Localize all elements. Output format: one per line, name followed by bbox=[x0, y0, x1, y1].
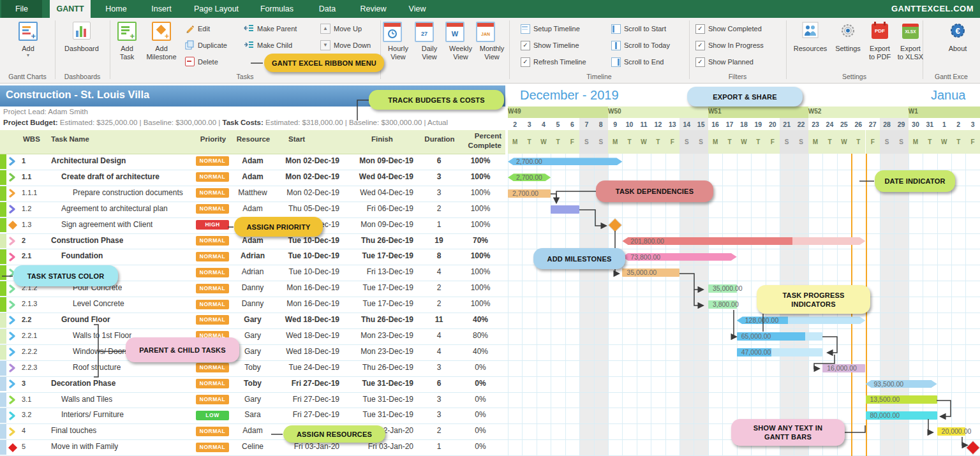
show-timeline[interactable]: ✓Show Timeline bbox=[521, 38, 579, 52]
move-down-button[interactable]: ▼Move Down bbox=[320, 38, 371, 52]
duplicate-button[interactable]: Duplicate bbox=[185, 38, 227, 52]
scroll-to-today[interactable]: Scroll to Today bbox=[611, 38, 670, 52]
table-row[interactable]: 2.2.1Walls to 1st FloorNORMALGaryWed 18-… bbox=[0, 328, 980, 344]
table-row[interactable]: 5Move in with FamilyNORMALCelineFri 03-J… bbox=[0, 439, 980, 455]
task-duration: 3 bbox=[419, 363, 459, 372]
task-status-strip bbox=[0, 329, 6, 344]
task-percent: 100% bbox=[461, 188, 500, 197]
table-row[interactable]: 2.2.2Windows/ DoorsNORMALGaryWed 18-Dec-… bbox=[0, 344, 980, 360]
priority-badge[interactable]: LOW bbox=[196, 411, 229, 420]
task-start: Fri 27-Dec-19 bbox=[274, 410, 339, 419]
delete-button[interactable]: Delete bbox=[185, 55, 218, 69]
priority-badge[interactable]: NORMAL bbox=[196, 363, 229, 372]
priority-badge[interactable]: NORMAL bbox=[196, 268, 229, 277]
make-parent-button[interactable]: Make Parent bbox=[244, 22, 297, 36]
task-start: Fri 03-Jan-20 bbox=[274, 442, 339, 451]
table-row[interactable]: 2.1FoundationNORMALAdrianTue 10-Dec-19Tu… bbox=[0, 249, 980, 265]
export-xlsx-button[interactable]: XLSXExportto XLSX bbox=[895, 20, 926, 61]
day-number: 24 bbox=[822, 118, 836, 131]
move-up-button[interactable]: ▲Move Up bbox=[320, 22, 362, 36]
priority-badge[interactable]: NORMAL bbox=[196, 236, 229, 246]
weekly-view-button[interactable]: WWeeklyView bbox=[445, 20, 476, 61]
show-planned[interactable]: ✓Show Planned bbox=[695, 55, 754, 69]
priority-badge[interactable]: NORMAL bbox=[196, 300, 229, 309]
priority-badge[interactable]: NORMAL bbox=[196, 443, 229, 452]
day-number: 13 bbox=[665, 118, 679, 131]
task-status-strip bbox=[0, 170, 6, 185]
add-task-button[interactable]: +AddTask bbox=[112, 20, 142, 61]
priority-badge[interactable]: NORMAL bbox=[196, 188, 229, 198]
priority-badge[interactable]: NORMAL bbox=[196, 284, 229, 293]
export-pdf-button[interactable]: PDFExportto PDF bbox=[865, 20, 895, 61]
table-row[interactable]: 1.1.1Prepare construction documentsNORMA… bbox=[0, 186, 980, 202]
add-gantt-chart-button[interactable]: +Add▾ bbox=[9, 20, 47, 58]
table-row[interactable]: 1.3Sign agreement with ClientHIGHMon 09-… bbox=[0, 217, 980, 233]
monthly-view-button[interactable]: JANMonthlyView bbox=[476, 20, 508, 61]
task-duration: 1 bbox=[419, 220, 459, 229]
tab-page-layout[interactable]: Page Layout bbox=[188, 0, 245, 18]
table-row[interactable]: 2.1.3Level ConcreteNORMALDannyMon 16-Dec… bbox=[0, 297, 980, 313]
scroll-to-start[interactable]: Scroll to Start bbox=[611, 22, 666, 36]
make-child-button[interactable]: Make Child bbox=[244, 38, 292, 52]
tab-data[interactable]: Data bbox=[310, 0, 345, 18]
add-milestone-button[interactable]: +AddMilestone bbox=[142, 20, 181, 61]
priority-badge[interactable]: NORMAL bbox=[196, 172, 229, 182]
task-status-strip bbox=[0, 297, 6, 312]
tab-file[interactable]: File bbox=[1, 0, 42, 18]
dashboard-button[interactable]: Dashboard bbox=[57, 20, 106, 53]
day-letter: W bbox=[737, 130, 751, 154]
show-in-progress[interactable]: ✓Show In Progress bbox=[695, 38, 764, 52]
tab-insert[interactable]: Insert bbox=[142, 0, 181, 18]
project-budget: Project Budget: Estimated: $325,000.00 |… bbox=[3, 119, 503, 129]
table-row[interactable]: 4Final touchesNORMALAdamWed 01-Jan-20Thu… bbox=[0, 423, 980, 439]
show-completed[interactable]: ✓Show Completed bbox=[695, 22, 762, 36]
table-row[interactable]: 3Decoration PhaseNORMALTobyFri 27-Dec-19… bbox=[0, 376, 980, 392]
resources-button[interactable]: Resources bbox=[790, 20, 831, 53]
task-resource: Adam bbox=[232, 156, 273, 165]
table-row[interactable]: 1Architectural DesignNORMALAdamMon 02-De… bbox=[0, 154, 980, 170]
tab-gantt[interactable]: GANTT bbox=[50, 0, 91, 18]
priority-badge[interactable]: NORMAL bbox=[196, 204, 229, 214]
table-row[interactable]: 1.2Agreement to architectural planNORMAL… bbox=[0, 202, 980, 217]
setup-timeline[interactable]: Setup Timeline bbox=[521, 22, 580, 36]
refresh-timeline[interactable]: ✓Refresh Timeline bbox=[521, 55, 586, 69]
hourly-view-button[interactable]: HourlyView bbox=[383, 20, 413, 61]
tab-formulas[interactable]: Formulas bbox=[254, 0, 300, 18]
task-finish: Fri 03-Jan-20 bbox=[343, 442, 413, 451]
table-row[interactable]: 3.2Interiors/ FurnitureLOWSaraFri 27-Dec… bbox=[0, 408, 980, 423]
scroll-to-end[interactable]: Scroll to End bbox=[611, 55, 664, 69]
priority-badge[interactable]: NORMAL bbox=[196, 347, 229, 357]
resources-button-icon bbox=[790, 20, 831, 45]
week-header-row: W49W50W51W52W1 bbox=[505, 107, 980, 118]
task-duration: 11 bbox=[419, 315, 459, 324]
task-duration: 4 bbox=[419, 267, 459, 276]
table-row[interactable]: 2.1.2Pour ConcreteNORMALDannyMon 16-Dec-… bbox=[0, 281, 980, 297]
priority-badge[interactable]: NORMAL bbox=[196, 379, 229, 388]
tab-home[interactable]: Home bbox=[97, 0, 135, 18]
table-row[interactable]: 3.1Walls and TilesNORMALGaryFri 27-Dec-1… bbox=[0, 392, 980, 408]
column-header-pct: Percent bbox=[461, 132, 501, 140]
table-row[interactable]: 1.1Create draft of architectureNORMALAda… bbox=[0, 170, 980, 186]
priority-badge[interactable]: NORMAL bbox=[196, 395, 229, 404]
tab-review[interactable]: Review bbox=[352, 0, 394, 18]
day-number: 30 bbox=[909, 118, 923, 131]
settings-button[interactable]: Settings bbox=[831, 20, 865, 53]
edit-button[interactable]: Edit bbox=[185, 22, 210, 36]
tab-view[interactable]: View bbox=[401, 0, 434, 18]
task-finish: Wed 04-Dec-19 bbox=[343, 188, 413, 197]
about-button[interactable]: €About bbox=[940, 20, 975, 53]
priority-badge[interactable]: NORMAL bbox=[196, 252, 229, 261]
priority-badge[interactable]: NORMAL bbox=[196, 427, 229, 436]
task-resource: Adam bbox=[232, 426, 273, 435]
gantt-bar[interactable] bbox=[551, 205, 579, 214]
priority-badge[interactable]: NORMAL bbox=[196, 156, 229, 166]
priority-badge[interactable]: HIGH bbox=[196, 220, 229, 230]
priority-badge[interactable]: NORMAL bbox=[196, 315, 229, 325]
table-row[interactable]: 2.1.1NORMALAdrianTue 10-Dec-19Fri 13-Dec… bbox=[0, 265, 980, 281]
daily-view-button[interactable]: 27DailyView bbox=[415, 20, 444, 61]
task-chevron-icon bbox=[8, 379, 16, 388]
task-name: Level Concrete bbox=[73, 299, 124, 308]
task-resource: Toby bbox=[232, 379, 273, 388]
day-number: 2 bbox=[508, 118, 522, 131]
priority-badge[interactable]: NORMAL bbox=[196, 331, 229, 341]
